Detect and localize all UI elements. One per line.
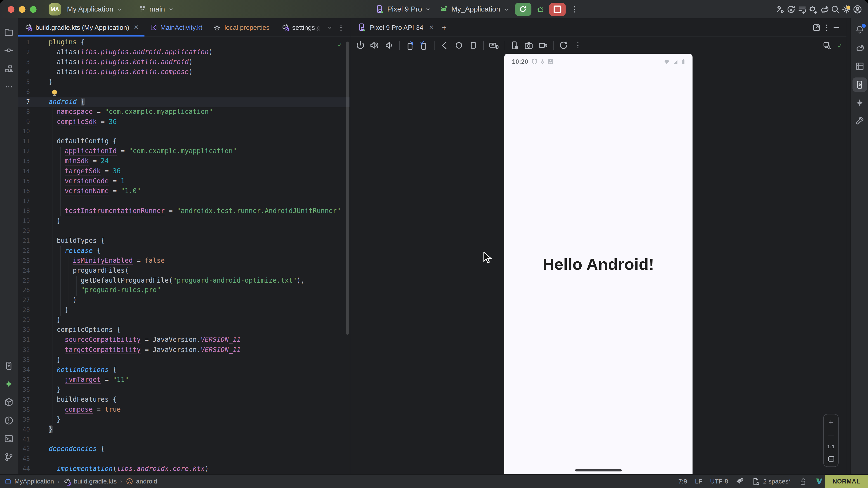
fit-to-window-icon[interactable] (827, 455, 835, 463)
code-line[interactable]: 43 (18, 455, 350, 464)
gemini-spark-tool-button[interactable] (2, 377, 16, 391)
back-icon[interactable] (438, 39, 451, 52)
code-line[interactable]: 23 isMinifyEnabled = false (18, 256, 350, 266)
device-screen[interactable]: 10:20 Hello Android! (504, 54, 692, 475)
line-number[interactable]: 14 (18, 167, 30, 177)
line-number[interactable]: 28 (18, 306, 30, 316)
account-icon[interactable] (852, 4, 862, 14)
code-line[interactable]: 6 (18, 87, 350, 97)
editor-scrollbar[interactable] (346, 41, 349, 335)
line-number[interactable]: 9 (18, 117, 30, 127)
line-number[interactable]: 43 (18, 455, 30, 464)
line-number[interactable]: 33 (18, 355, 30, 365)
search-icon[interactable] (830, 4, 840, 14)
code-line[interactable]: 40} (18, 425, 350, 435)
zoom-out-button[interactable]: — (828, 432, 834, 438)
code-line[interactable]: 5} (18, 77, 350, 87)
line-number[interactable]: 1 (18, 38, 30, 48)
screenshot-icon[interactable] (522, 39, 535, 52)
build-hammer-icon[interactable] (775, 4, 785, 14)
logcat-tool-button[interactable] (2, 359, 16, 373)
line-number[interactable]: 41 (18, 435, 30, 445)
line-number[interactable]: 36 (18, 385, 30, 395)
rerun-app-button[interactable] (515, 2, 531, 16)
assistant-wrench-tool-button[interactable] (852, 114, 867, 128)
build-cube-tool-button[interactable] (2, 395, 16, 410)
code-line[interactable]: 4 alias(libs.plugins.kotlin.compose) (18, 67, 350, 77)
line-number[interactable]: 42 (18, 445, 30, 455)
volume-up-icon[interactable] (368, 39, 381, 52)
line-number[interactable]: 40 (18, 425, 30, 435)
intention-bulb-icon[interactable] (52, 90, 57, 94)
line-number[interactable]: 34 (18, 365, 30, 375)
minimize-dash-icon[interactable] (832, 23, 841, 32)
line-number[interactable]: 15 (18, 177, 30, 187)
line-number[interactable]: 39 (18, 415, 30, 425)
inspections-ok-icon[interactable]: ✓ (338, 40, 342, 49)
code-line[interactable]: 37 buildFeatures { (18, 395, 350, 405)
line-number[interactable]: 18 (18, 206, 30, 216)
screen-record-icon[interactable] (536, 39, 550, 52)
close-window-button[interactable] (8, 6, 14, 12)
code-line[interactable]: 31 sourceCompatibility = JavaVersion.VER… (18, 335, 350, 345)
indent-widget[interactable]: 2 spaces* (752, 477, 791, 486)
editor-tab[interactable]: settings.g (275, 18, 326, 37)
code-editor[interactable]: 1plugins {2 alias(libs.plugins.android.a… (18, 37, 350, 475)
stop-app-button[interactable] (549, 2, 565, 16)
line-number[interactable]: 20 (18, 226, 30, 236)
line-number[interactable]: 27 (18, 296, 30, 306)
vcs-branch-widget[interactable]: main (134, 3, 178, 15)
open-in-new-icon[interactable] (812, 23, 821, 32)
code-line[interactable]: 10 (18, 127, 350, 137)
line-number[interactable]: 44 (18, 464, 30, 474)
code-line[interactable]: 16 versionName = "1.0" (18, 186, 350, 196)
device-selector[interactable]: Pixel 9 Pro (371, 3, 435, 15)
project-widget[interactable]: My Application (63, 3, 127, 15)
resource-manager-tool-button[interactable] (2, 61, 16, 76)
problems-tool-button[interactable] (2, 413, 16, 428)
wifi-icon[interactable] (663, 58, 671, 65)
code-line[interactable]: 29 } (18, 316, 350, 326)
chevron-down-icon[interactable] (327, 24, 333, 31)
code-line[interactable]: 8 namespace = "com.example.myapplication… (18, 107, 350, 117)
line-number[interactable]: 24 (18, 266, 30, 276)
line-number[interactable]: 23 (18, 256, 30, 266)
code-line[interactable]: 32 targetCompatibility = JavaVersion.VER… (18, 345, 350, 355)
code-line[interactable]: 25 getDefaultProguardFile("proguard-andr… (18, 276, 350, 286)
writable-lock-icon[interactable] (799, 477, 807, 486)
screenshot-inspect-icon[interactable] (823, 41, 831, 50)
gemini-spark-tool-button[interactable] (852, 96, 867, 110)
code-line[interactable]: 1plugins { (18, 38, 350, 48)
line-number[interactable]: 35 (18, 375, 30, 385)
terminal-tool-button[interactable] (2, 431, 16, 446)
sync-alpha-icon[interactable] (786, 4, 796, 14)
caret-position-widget[interactable]: 7:9 (678, 478, 687, 485)
add-device-tab-button[interactable]: + (442, 23, 446, 32)
code-line[interactable]: 28 } (18, 306, 350, 316)
code-line[interactable]: 35 jvmTarget = "11" (18, 375, 350, 385)
line-number[interactable]: 4 (18, 67, 30, 77)
project-folder-tool-button[interactable] (2, 25, 16, 39)
code-line[interactable]: 17 (18, 196, 350, 206)
code-line[interactable]: 11 defaultConfig { (18, 137, 350, 147)
editor-tab[interactable]: MainActivity.kt (144, 18, 208, 37)
code-line[interactable]: 36 } (18, 385, 350, 395)
vim-mode-badge[interactable]: NORMAL (825, 475, 868, 488)
hardware-input-icon[interactable] (487, 39, 500, 52)
line-number[interactable]: 30 (18, 325, 30, 335)
code-line[interactable]: 41 (18, 435, 350, 445)
code-line[interactable]: 30 compileOptions { (18, 325, 350, 335)
line-number[interactable]: 21 (18, 236, 30, 246)
code-line[interactable]: 14 targetSdk = 36 (18, 167, 350, 177)
line-number[interactable]: 29 (18, 316, 30, 326)
zoom-window-button[interactable] (30, 6, 36, 12)
shield-icon[interactable] (531, 58, 538, 65)
code-line[interactable]: 7android { (18, 97, 350, 107)
code-line[interactable]: 22 release { (18, 246, 350, 256)
commit-tool-button[interactable] (2, 43, 16, 58)
zoom-in-button[interactable]: + (829, 418, 833, 427)
line-number[interactable]: 2 (18, 47, 30, 57)
code-line[interactable]: 21 buildTypes { (18, 236, 350, 246)
run-configuration-selector[interactable]: My_Application (435, 3, 514, 15)
code-line[interactable]: 3 alias(libs.plugins.kotlin.android) (18, 57, 350, 67)
